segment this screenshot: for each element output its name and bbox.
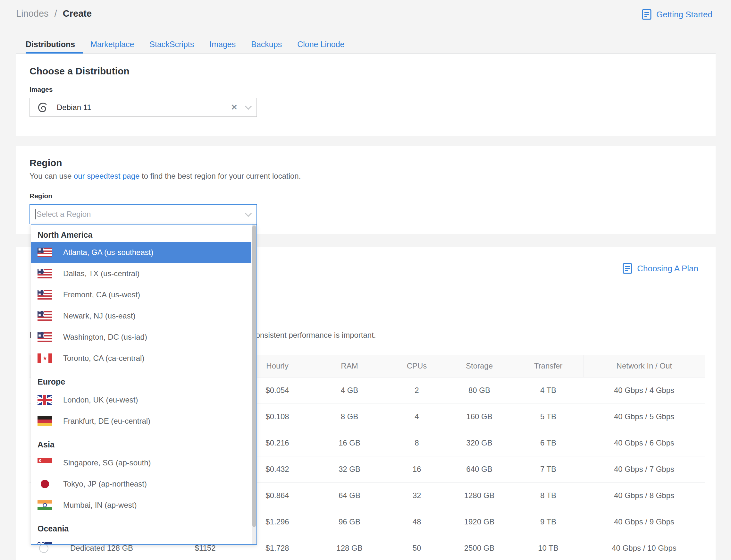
us-flag-icon: [38, 311, 52, 321]
tab-distributions[interactable]: Distributions: [18, 35, 83, 53]
plan-storage: 1920 GB: [446, 509, 513, 535]
us-flag-icon: [38, 248, 52, 257]
breadcrumb: Linodes / Create: [16, 8, 92, 19]
region-option[interactable]: Mumbai, IN (ap-west): [31, 495, 251, 516]
region-description: You can use our speedtest page to find t…: [30, 172, 716, 181]
plan-transfer: 8 TB: [513, 482, 583, 509]
us-flag-icon: [38, 332, 52, 342]
tab-marketplace[interactable]: Marketplace: [83, 35, 142, 53]
plan-transfer: 7 TB: [513, 456, 583, 482]
text-caret: [35, 209, 36, 219]
region-option-label: Dallas, TX (us-central): [63, 269, 140, 278]
plan-ram: 8 GB: [311, 403, 388, 430]
plan-network: 40 Gbps / 6 Gbps: [583, 430, 705, 456]
region-group-header: Europe: [31, 369, 251, 389]
plan-network: 40 Gbps / 5 Gbps: [583, 403, 705, 430]
plan-network: 40 Gbps / 7 Gbps: [583, 456, 705, 482]
tab-clone-linode[interactable]: Clone Linode: [290, 35, 352, 53]
distribution-heading: Choose a Distribution: [16, 54, 716, 77]
plan-ram: 32 GB: [311, 456, 388, 482]
region-select-input[interactable]: Select a Region: [30, 204, 257, 224]
tab-images[interactable]: Images: [202, 35, 243, 53]
region-option[interactable]: Toronto, CA (ca-central): [31, 348, 251, 369]
image-select[interactable]: Debian 11 ✕: [30, 98, 257, 117]
plan-cell-inner: Dedicated 128 GB: [30, 544, 167, 553]
images-label: Images: [30, 86, 716, 93]
region-option[interactable]: Dallas, TX (us-central): [31, 263, 251, 284]
column-header: Network In / Out: [583, 355, 705, 377]
region-dropdown-list: North AmericaAtlanta, GA (us-southeast)D…: [31, 225, 251, 545]
column-header: Transfer: [513, 355, 583, 377]
getting-started-link[interactable]: Getting Started: [642, 9, 712, 20]
plan-cpus: 8: [388, 430, 446, 456]
dropdown-scrollbar-track[interactable]: [252, 225, 257, 544]
region-option-label: Tokyo, JP (ap-northeast): [63, 479, 147, 488]
plan-transfer: 4 TB: [513, 377, 583, 403]
speedtest-link[interactable]: our speedtest page: [74, 172, 140, 180]
region-option[interactable]: Singapore, SG (ap-south): [31, 452, 251, 473]
document-icon: [623, 263, 632, 274]
region-option[interactable]: Tokyo, JP (ap-northeast): [31, 473, 251, 495]
jp-flag-icon: [38, 479, 52, 489]
region-option[interactable]: London, UK (eu-west): [31, 389, 251, 411]
plan-ram: 16 GB: [311, 430, 388, 456]
plan-cpus: 32: [388, 482, 446, 509]
plan-storage: 2500 GB: [446, 535, 513, 560]
plan-cpus: 48: [388, 509, 446, 535]
region-group-header: North America: [31, 225, 251, 242]
image-select-value: Debian 11: [57, 103, 91, 112]
plan-radio[interactable]: [39, 544, 48, 553]
region-option-label: Atlanta, GA (us-southeast): [63, 248, 153, 257]
create-tabs: DistributionsMarketplaceStackScriptsImag…: [16, 35, 716, 54]
plan-network: 40 Gbps / 4 Gbps: [583, 377, 705, 403]
au-flag-icon: [38, 542, 52, 545]
sg-flag-icon: [38, 458, 52, 468]
plan-transfer: 10 TB: [513, 535, 583, 560]
page-title: Create: [63, 8, 92, 19]
plan-ram: 64 GB: [311, 482, 388, 509]
region-option[interactable]: Atlanta, GA (us-southeast): [31, 242, 251, 263]
plan-ram: 128 GB: [311, 535, 388, 560]
tab-backups[interactable]: Backups: [243, 35, 290, 53]
breadcrumb-linodes-link[interactable]: Linodes: [16, 8, 49, 19]
region-option-label: Fremont, CA (us-west): [63, 290, 140, 299]
plan-name: Dedicated 128 GB: [70, 544, 133, 553]
plan-storage: 1280 GB: [446, 482, 513, 509]
choosing-a-plan-label: Choosing A Plan: [637, 264, 698, 274]
column-header: CPUs: [388, 355, 446, 377]
choosing-a-plan-link[interactable]: Choosing A Plan: [623, 263, 698, 274]
uk-flag-icon: [38, 395, 52, 405]
region-option-label: Sydney, AU (ap-southeast): [63, 542, 155, 545]
region-desc-prefix: You can use: [30, 172, 74, 180]
chevron-down-icon[interactable]: [245, 103, 252, 110]
region-option-label: Frankfurt, DE (eu-central): [63, 417, 150, 426]
region-option[interactable]: Sydney, AU (ap-southeast): [31, 536, 251, 545]
plan-transfer: 6 TB: [513, 430, 583, 456]
chevron-down-icon[interactable]: [245, 210, 252, 217]
region-heading: Region: [16, 146, 716, 168]
column-header: Storage: [446, 355, 513, 377]
dropdown-scrollbar-thumb[interactable]: [252, 225, 256, 527]
region-option[interactable]: Fremont, CA (us-west): [31, 284, 251, 305]
region-card: Region You can use our speedtest page to…: [16, 146, 716, 234]
region-option-label: Newark, NJ (us-east): [63, 311, 135, 320]
plan-ram: 96 GB: [311, 509, 388, 535]
region-group-header: Oceania: [31, 516, 251, 536]
plan-network: 40 Gbps / 9 Gbps: [583, 509, 705, 535]
region-option[interactable]: Washington, DC (us-iad): [31, 327, 251, 348]
plan-cpus: 50: [388, 535, 446, 560]
region-desc-suffix: to find the best region for your current…: [140, 172, 301, 180]
tab-stackscripts[interactable]: StackScripts: [142, 35, 202, 53]
region-label: Region: [30, 192, 716, 200]
in-flag-icon: [38, 500, 52, 510]
plan-cpus: 4: [388, 403, 446, 430]
us-flag-icon: [38, 290, 52, 300]
region-option[interactable]: Frankfurt, DE (eu-central): [31, 411, 251, 432]
region-option-label: London, UK (eu-west): [63, 395, 138, 404]
clear-image-icon[interactable]: ✕: [231, 103, 238, 112]
plan-transfer: 9 TB: [513, 509, 583, 535]
breadcrumb-separator: /: [55, 8, 57, 19]
region-option[interactable]: Newark, NJ (us-east): [31, 305, 251, 327]
plan-cpus: 2: [388, 377, 446, 403]
region-option-label: Singapore, SG (ap-south): [63, 458, 151, 467]
